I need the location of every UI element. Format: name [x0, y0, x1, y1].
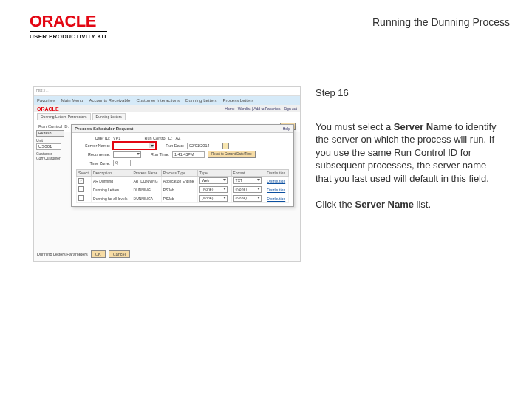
page-tabs: Dunning Letters Parameters Dunning Lette…: [34, 112, 300, 120]
run-control-label: Run Control ID:: [38, 124, 69, 129]
run-control-value2: AZ: [175, 136, 180, 140]
left-sidebar: Refresh Unit US001 Customer Corr Custome…: [36, 130, 64, 160]
time-zone-label: Time Zone:: [76, 161, 110, 166]
type-dropdown: Web: [200, 177, 228, 184]
instr-text: You must select a: [316, 121, 394, 132]
dialog-title: Process Scheduler Request: [75, 126, 133, 131]
sidebar-label: Unit: [36, 138, 64, 143]
format-dropdown: TXT: [233, 177, 262, 184]
col-format: Format: [231, 170, 265, 177]
cell-desc: Dunning Letters: [92, 185, 132, 194]
cell-pname: AR_DUNNING: [132, 177, 161, 185]
col-type: Type: [198, 170, 232, 177]
menu-item: Main Menu: [61, 98, 83, 103]
menu-item: Customer Interactions: [136, 98, 180, 103]
col-description: Description: [92, 170, 132, 177]
cancel-button: Cancel: [109, 250, 130, 258]
distribution-link: Distribution: [267, 179, 285, 183]
format-dropdown: (None): [233, 186, 262, 193]
run-time-value: 1:41:43PM: [172, 151, 205, 158]
reset-datetime-button: Reset to Current Date/Time: [208, 151, 256, 158]
unit-field: US001: [36, 143, 61, 150]
calendar-icon: [222, 143, 229, 149]
col-select: Select: [77, 170, 92, 177]
refresh-button: Refresh: [36, 130, 64, 137]
server-name-label: Server Name:: [76, 143, 110, 148]
run-date-value: 02/01/2014: [187, 143, 219, 149]
type-dropdown: (None): [200, 195, 228, 202]
cell-desc: AR Dunning: [92, 177, 132, 185]
cell-ptype: PSJob: [161, 185, 197, 194]
instr-bold: Server Name: [394, 121, 453, 132]
user-id-value: VP1: [113, 136, 120, 140]
recurrence-dropdown: [113, 151, 141, 158]
app-screenshot: http://... Favorites Main Menu Accounts …: [33, 86, 301, 262]
content-area: http://... Favorites Main Menu Accounts …: [0, 46, 532, 262]
cell-ptype: Application Engine: [161, 177, 197, 185]
oracle-logo: ORACLE: [30, 13, 107, 30]
tab-dunning-letters: Dunning Letters: [92, 113, 126, 120]
menu-item: Process Letters: [222, 98, 253, 103]
cell-pname: DUNNINGA: [132, 194, 161, 203]
distribution-link: Distribution: [267, 197, 285, 201]
header: ORACLE USER PRODUCTIVITY KIT Running the…: [0, 0, 532, 46]
recurrence-label: Recurrence:: [76, 152, 110, 157]
row-checkbox: [78, 186, 84, 192]
menu-item: Dunning Letters: [185, 98, 216, 103]
app-oracle-logo: ORACLE: [37, 106, 59, 112]
type-dropdown: (None): [200, 186, 228, 193]
table-row: Dunning for all levels DUNNINGA PSJob (N…: [77, 194, 289, 203]
tab-dunning-parameters: Dunning Letters Parameters: [37, 113, 91, 120]
app-top-bar: ORACLE Home | Worklist | Add to Favorite…: [34, 105, 300, 112]
time-zone-value: Q: [113, 160, 131, 166]
process-scheduler-dialog: Process Scheduler Request Help User ID: …: [71, 124, 294, 207]
screenshot-column: http://... Favorites Main Menu Accounts …: [33, 86, 299, 262]
run-date-label: Run Date:: [159, 143, 184, 148]
col-distribution: Distribution: [265, 170, 289, 177]
cell-desc: Dunning for all levels: [92, 194, 132, 203]
ok-button: OK: [91, 250, 106, 258]
cell-pname: DUNNING: [132, 185, 161, 194]
row-checkbox: [78, 195, 84, 201]
menu-item: Favorites: [37, 98, 55, 103]
top-bar-links: Home | Worklist | Add to Favorites | Sig…: [225, 106, 297, 111]
col-process-type: Process Type: [161, 170, 197, 177]
run-control-label2: Run Control ID:: [138, 136, 172, 140]
run-time-label: Run Time:: [144, 152, 169, 157]
instr-text: Click the: [316, 199, 355, 210]
instr-bold: Server Name: [355, 199, 414, 210]
distribution-link: Distribution: [267, 188, 285, 192]
menu-item: Accounts Receivable: [89, 98, 130, 103]
browser-address-bar: http://...: [34, 87, 300, 96]
page-title: Running the Dunning Process: [372, 16, 510, 28]
server-name-dropdown[interactable]: [113, 142, 156, 149]
process-list-table: Select Description Process Name Process …: [76, 169, 289, 203]
chevron-down-icon: [149, 143, 154, 148]
dialog-footer: Dunning Letters Parameters OK Cancel: [37, 250, 130, 258]
instruction-column: Step 16 You must select a Server Name to…: [316, 86, 500, 262]
table-row: Dunning Letters DUNNING PSJob (None) (No…: [77, 185, 289, 194]
instr-text: list.: [414, 199, 431, 210]
table-row: AR Dunning AR_DUNNING Application Engine…: [77, 177, 289, 185]
dialog-help-link: Help: [283, 126, 290, 131]
dialog-header: Process Scheduler Request Help: [72, 125, 293, 133]
cell-ptype: PSJob: [161, 194, 197, 203]
sidebar-label: Corr Customer: [36, 156, 64, 160]
user-id-label: User ID:: [76, 136, 110, 140]
logo-block: ORACLE USER PRODUCTIVITY KIT: [30, 13, 107, 40]
row-checkbox: [78, 178, 84, 184]
instruction-text: You must select a Server Name to identif…: [316, 120, 500, 211]
logo-divider: USER PRODUCTIVITY KIT: [30, 31, 107, 40]
footer-label: Dunning Letters Parameters: [37, 252, 88, 256]
breadcrumb-menu: Favorites Main Menu Accounts Receivable …: [34, 96, 300, 105]
col-process-name: Process Name: [132, 170, 161, 177]
format-dropdown: (None): [233, 195, 262, 202]
step-label: Step 16: [316, 86, 500, 100]
logo-subtitle: USER PRODUCTIVITY KIT: [30, 33, 107, 40]
